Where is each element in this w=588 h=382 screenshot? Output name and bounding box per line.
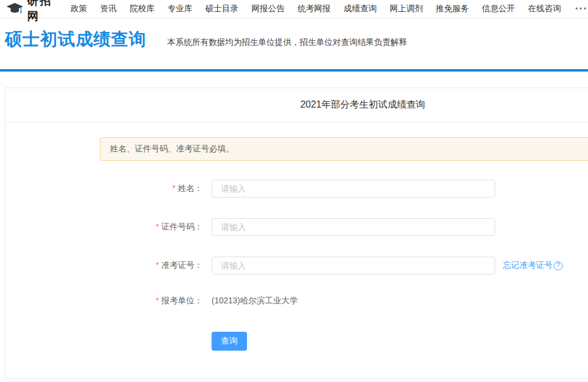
page-header: 硕士初试成绩查询 本系统所有数据均为招生单位提供，招生单位对查询结果负责解释 xyxy=(0,18,588,69)
id-number-label: *证件号码： xyxy=(5,222,203,232)
panel-title: 2021年部分考生初试成绩查询 xyxy=(300,99,425,111)
nav-item-schools[interactable]: 院校库 xyxy=(129,4,154,14)
panel-title-row: 2021年部分考生初试成绩查询 xyxy=(5,88,588,122)
target-school-row: *报考单位： (10213)哈尔滨工业大学 xyxy=(5,295,588,307)
query-panel: 2021年部分考生初试成绩查询 姓名、证件号码、准考证号必填。 *姓名： *证件… xyxy=(5,88,588,379)
page-title: 硕士初试成绩查询 xyxy=(5,28,147,51)
nav-item-exemption[interactable]: 推免服务 xyxy=(436,4,469,14)
name-input[interactable] xyxy=(212,180,495,198)
nav-item-policy[interactable]: 政策 xyxy=(70,4,87,14)
submit-row: 查询 xyxy=(5,332,588,351)
header-divider-bar xyxy=(0,69,588,72)
admission-ticket-input[interactable] xyxy=(212,257,495,274)
nav-item-disclosure[interactable]: 信息公开 xyxy=(482,4,515,14)
nav-item-register[interactable]: 统考网报 xyxy=(297,4,330,14)
nav-item-scores[interactable]: 成绩查询 xyxy=(343,4,376,14)
query-form: *姓名： *证件号码： *准考证号： 忘记准考证号? *报考单位： (10213… xyxy=(5,180,588,351)
target-school-label: *报考单位： xyxy=(5,296,203,306)
id-number-input[interactable] xyxy=(212,218,495,236)
more-icon[interactable]: ••• xyxy=(575,5,588,13)
admission-ticket-row: *准考证号： 忘记准考证号? xyxy=(5,257,588,274)
nav-menu: 政策 资讯 院校库 专业库 硕士目录 网报公告 统考网报 成绩查询 网上调剂 推… xyxy=(70,4,588,14)
admission-ticket-label: *准考证号： xyxy=(5,260,203,271)
nav-item-news[interactable]: 资讯 xyxy=(100,4,116,14)
nav-item-catalog[interactable]: 硕士目录 xyxy=(205,4,238,14)
target-school-value: (10213)哈尔滨工业大学 xyxy=(212,296,298,306)
nav-item-adjustment[interactable]: 网上调剂 xyxy=(389,4,423,14)
nav-item-majors[interactable]: 专业库 xyxy=(167,4,192,14)
graduation-cap-icon xyxy=(6,2,24,15)
name-label: *姓名： xyxy=(5,183,203,194)
nav-item-announce[interactable]: 网报公告 xyxy=(251,4,284,14)
forgot-ticket-link[interactable]: 忘记准考证号? xyxy=(503,260,563,271)
page-subtitle: 本系统所有数据均为招生单位提供，招生单位对查询结果负责解释 xyxy=(167,37,407,48)
required-mark: * xyxy=(156,296,159,305)
required-mark: * xyxy=(156,222,159,231)
required-mark: * xyxy=(156,260,159,270)
question-circle-icon: ? xyxy=(554,261,563,270)
top-nav: 研招网 政策 资讯 院校库 专业库 硕士目录 网报公告 统考网报 成绩查询 网上… xyxy=(0,0,588,18)
name-row: *姓名： xyxy=(5,180,588,198)
nav-item-consult[interactable]: 在线咨询 xyxy=(528,4,561,14)
id-number-row: *证件号码： xyxy=(5,218,588,236)
required-mark: * xyxy=(173,183,176,193)
required-fields-notice: 姓名、证件号码、准考证号必填。 xyxy=(100,137,588,161)
query-button[interactable]: 查询 xyxy=(212,332,247,351)
